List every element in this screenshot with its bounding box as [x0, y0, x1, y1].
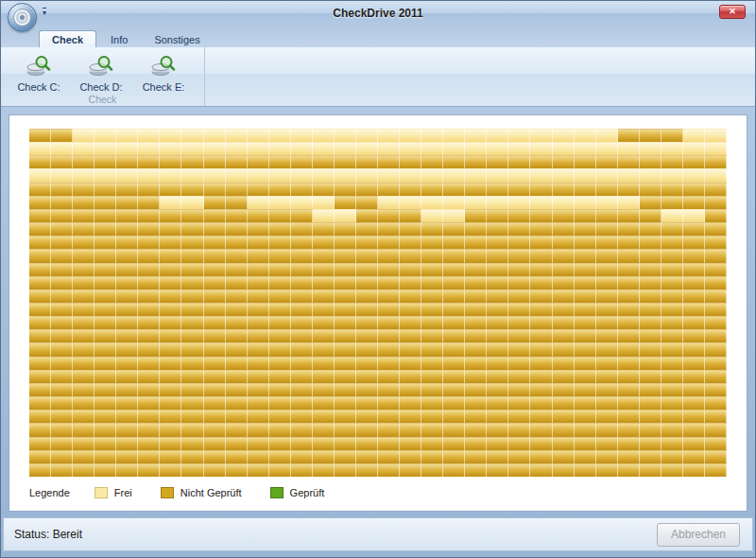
- disk-block: [421, 129, 443, 142]
- disk-block: [73, 370, 94, 383]
- disk-block: [378, 329, 400, 342]
- disk-block: [356, 437, 378, 450]
- disk-block: [204, 235, 226, 249]
- disk-block: [575, 357, 596, 370]
- disk-block: [487, 155, 508, 168]
- tab-info[interactable]: Info: [98, 31, 140, 47]
- disk-block: [248, 129, 269, 142]
- disk-block: [29, 383, 51, 396]
- disk-block: [421, 155, 443, 168]
- disk-block: [204, 289, 226, 303]
- disk-block: [575, 249, 596, 262]
- disk-block: [443, 263, 465, 276]
- disk-block: [705, 450, 727, 463]
- disk-block: [378, 289, 400, 303]
- disk-block: [51, 410, 73, 423]
- disk-block: [662, 276, 683, 289]
- disk-block: [313, 383, 335, 396]
- check-c-button[interactable]: Check C:: [9, 51, 69, 93]
- disk-block: [73, 383, 94, 396]
- disk-block: [51, 263, 73, 276]
- disk-block: [269, 342, 291, 356]
- disk-block: [313, 303, 335, 316]
- window-title: CheckDrive 2011: [1, 7, 755, 20]
- disk-block: [400, 142, 421, 155]
- disk-block: [487, 129, 508, 142]
- disk-block: [640, 129, 662, 142]
- disk-block: [508, 342, 530, 356]
- disk-block: [204, 316, 226, 329]
- disk-block: [553, 450, 575, 463]
- disk-block: [94, 142, 116, 155]
- disk-block: [73, 168, 94, 182]
- disk-block: [181, 342, 203, 356]
- disk-block: [553, 263, 575, 276]
- disk-block: [269, 129, 291, 142]
- disk-block: [29, 329, 51, 342]
- close-button[interactable]: ✕: [719, 5, 746, 19]
- disk-block: [181, 357, 203, 370]
- disk-block: [356, 222, 378, 235]
- disk-block: [356, 129, 378, 142]
- disk-block: [575, 196, 596, 209]
- disk-block: [508, 196, 530, 209]
- disk-block: [465, 155, 487, 168]
- disk-block: [248, 463, 269, 477]
- disk-block: [443, 129, 465, 142]
- disk-block: [596, 235, 618, 249]
- disk-block: [378, 183, 400, 196]
- disk-block: [400, 183, 421, 196]
- disk-block: [640, 410, 662, 423]
- disk-block: [400, 263, 421, 276]
- disk-block: [269, 437, 291, 450]
- disk-block: [335, 155, 356, 168]
- disk-block: [160, 276, 181, 289]
- disk-block: [705, 155, 727, 168]
- disk-block: [618, 183, 640, 196]
- disk-block: [356, 329, 378, 342]
- disk-block: [226, 222, 248, 235]
- disk-block: [160, 196, 181, 209]
- check-e-button[interactable]: Check E:: [133, 51, 194, 93]
- disk-block: [683, 342, 705, 356]
- disk-block: [421, 383, 443, 396]
- disk-block: [443, 357, 465, 370]
- disk-block: [378, 168, 400, 182]
- disk-block: [683, 410, 705, 423]
- disk-block: [640, 168, 662, 182]
- disk-block: [487, 329, 508, 342]
- tab-check[interactable]: Check: [39, 30, 96, 47]
- disk-block: [160, 289, 181, 303]
- application-menu-button[interactable]: [8, 3, 37, 32]
- disk-block: [313, 222, 335, 235]
- disk-block: [269, 209, 291, 222]
- disk-block: [160, 303, 181, 316]
- disk-block: [421, 316, 443, 329]
- disk-block: [51, 196, 73, 209]
- cancel-button[interactable]: Abbrechen: [657, 523, 740, 547]
- disk-block-grid: [29, 129, 727, 477]
- disk-block: [29, 396, 51, 410]
- disk-block: [356, 342, 378, 356]
- disk-block: [248, 370, 269, 383]
- disk-block: [335, 209, 356, 222]
- disk-block: [51, 396, 73, 410]
- disk-block: [400, 357, 421, 370]
- disk-block: [73, 329, 94, 342]
- check-d-button[interactable]: Check D:: [71, 51, 131, 93]
- disk-block: [204, 410, 226, 423]
- disk-block: [226, 235, 248, 249]
- disk-block: [116, 370, 138, 383]
- disk-block: [421, 450, 443, 463]
- disk-block: [400, 370, 421, 383]
- disk-block: [73, 209, 94, 222]
- disk-block: [596, 450, 618, 463]
- tab-sonstiges[interactable]: Sonstiges: [142, 31, 212, 47]
- disk-block: [181, 396, 203, 410]
- disk-block: [487, 463, 508, 477]
- disk-block: [508, 463, 530, 477]
- disk-block: [421, 276, 443, 289]
- disk-block: [204, 196, 226, 209]
- disk-block: [487, 450, 508, 463]
- disk-block: [596, 276, 618, 289]
